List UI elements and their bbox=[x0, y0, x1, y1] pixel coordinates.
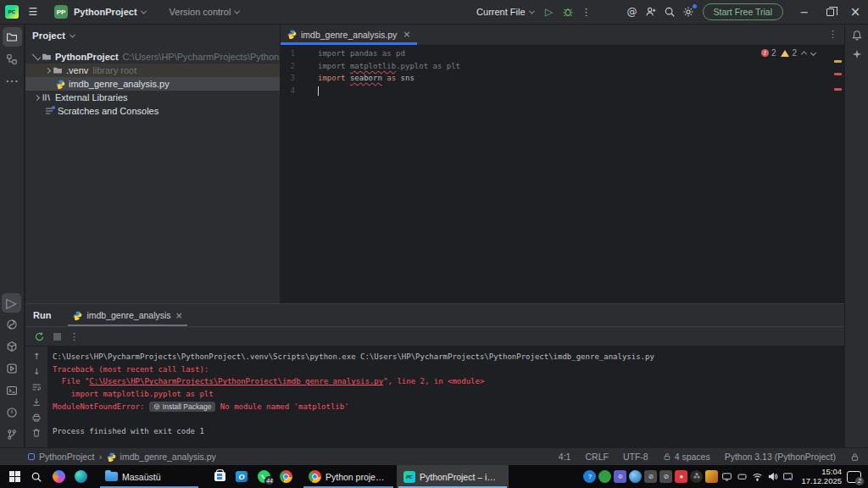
minimize-button[interactable]: − bbox=[792, 0, 817, 25]
tray-green-icon[interactable] bbox=[598, 470, 611, 483]
notifications-button[interactable] bbox=[851, 30, 863, 42]
terminal-toolwindow-button[interactable] bbox=[2, 381, 21, 401]
start-free-trial-button[interactable]: Start Free Trial bbox=[703, 3, 783, 20]
tree-row-imdb-file[interactable]: imdb_genre_analysis.py bbox=[25, 77, 280, 91]
collapsed-twistie-icon[interactable] bbox=[32, 96, 41, 100]
project-panel-header[interactable]: Project bbox=[25, 25, 280, 47]
run-toolwindow-button[interactable]: ▷ bbox=[2, 293, 21, 313]
error-count-item[interactable]: ! 2 bbox=[761, 48, 776, 58]
tray-monitor-icon[interactable] bbox=[721, 470, 733, 483]
tray-help-icon[interactable]: ? bbox=[583, 470, 596, 483]
store-button[interactable] bbox=[209, 465, 231, 488]
warning-stripe-mark[interactable] bbox=[834, 60, 842, 63]
inspections-widget[interactable]: ! 2 2 bbox=[761, 48, 815, 58]
run-config-selector[interactable]: Current File bbox=[470, 3, 539, 21]
edge-button[interactable] bbox=[70, 465, 92, 488]
tray-camera-off-icon[interactable]: ⊘ bbox=[659, 470, 672, 483]
down-stacktrace-button[interactable]: ↓ bbox=[30, 365, 43, 378]
volume-icon[interactable] bbox=[766, 470, 779, 483]
run-button[interactable]: ▷ bbox=[540, 3, 559, 21]
python-packages-button[interactable] bbox=[2, 337, 21, 357]
install-package-button[interactable]: Install Package bbox=[149, 402, 216, 412]
tree-row-scratches[interactable]: Scratches and Consoles bbox=[25, 104, 280, 118]
taskbar-clock[interactable]: 15:04 17.12.2025 bbox=[801, 468, 842, 485]
tree-row-external-libraries[interactable]: External Libraries bbox=[25, 91, 280, 104]
tray-bw-icon[interactable]: ⁂ bbox=[690, 470, 703, 483]
restore-button[interactable] bbox=[817, 0, 843, 25]
tray-device-icon[interactable] bbox=[736, 470, 748, 483]
stop-button[interactable] bbox=[53, 333, 61, 341]
line-separator-widget[interactable]: CRLF bbox=[585, 452, 608, 462]
tray-teams-icon[interactable]: ꔮ bbox=[614, 470, 626, 483]
debug-button[interactable] bbox=[559, 3, 577, 21]
whatsapp-button[interactable]: 44 bbox=[253, 465, 275, 488]
rerun-button[interactable] bbox=[34, 331, 45, 342]
tree-row-venv[interactable]: .venv library root bbox=[25, 64, 280, 77]
breadcrumb-file[interactable]: imdb_genre_analysis.py bbox=[120, 452, 216, 462]
taskbar-search-button[interactable] bbox=[25, 465, 47, 488]
editor-tabs-options-button[interactable]: ⋮ bbox=[828, 29, 837, 40]
scroll-to-end-button[interactable] bbox=[30, 396, 43, 408]
python-console-button[interactable] bbox=[2, 315, 21, 335]
caret-position-widget[interactable]: 4:1 bbox=[559, 452, 571, 462]
more-toolwindows-button[interactable]: ⋯ bbox=[3, 71, 22, 91]
tray-globe-icon[interactable] bbox=[629, 470, 642, 483]
outlook-button[interactable]: O bbox=[231, 465, 253, 488]
expanded-twistie-icon[interactable] bbox=[32, 51, 42, 60]
up-stacktrace-button[interactable]: ↑ bbox=[30, 350, 43, 363]
encoding-widget[interactable]: UTF-8 bbox=[623, 452, 648, 462]
run-more-options-button[interactable]: ⋮ bbox=[70, 331, 79, 342]
grazie-ai-icon[interactable]: @ bbox=[623, 3, 642, 21]
taskbar-window-chrome[interactable]: Python projesi rehberi - .. bbox=[302, 465, 395, 488]
ai-assistant-button[interactable] bbox=[851, 48, 863, 60]
close-button[interactable]: × bbox=[843, 0, 868, 25]
indent-widget[interactable]: 4 spaces bbox=[663, 452, 710, 462]
close-tab-icon[interactable]: × bbox=[175, 310, 183, 320]
warning-count-item[interactable]: 2 bbox=[781, 48, 797, 58]
code-line[interactable]: 1import pandas as pd bbox=[281, 47, 844, 60]
console-file-link[interactable]: C:\Users\HP\PycharmProjects\PythonProjec… bbox=[89, 377, 383, 385]
print-button[interactable] bbox=[30, 411, 43, 424]
structure-toolwindow-button[interactable] bbox=[3, 49, 22, 69]
search-everywhere-button[interactable] bbox=[660, 3, 679, 21]
tray-pc-share-icon[interactable] bbox=[782, 470, 794, 483]
project-selector[interactable]: PythonProject bbox=[68, 3, 152, 21]
error-stripe-mark[interactable] bbox=[834, 73, 842, 75]
editor-tab-imdb[interactable]: imdb_genre_analysis.py × bbox=[281, 25, 417, 44]
version-control-toolwindow-button[interactable] bbox=[2, 425, 21, 445]
start-button[interactable] bbox=[3, 465, 25, 488]
lock-icon[interactable] bbox=[850, 452, 860, 462]
console-output[interactable]: C:\Users\HP\PycharmProjects\PythonProjec… bbox=[47, 347, 844, 447]
taskbar-window-pycharm[interactable]: PC PythonProject – imdb_ge... bbox=[397, 465, 509, 488]
code-line[interactable]: 4 bbox=[281, 85, 844, 97]
previous-problem-button[interactable] bbox=[801, 51, 807, 57]
run-panel-title[interactable]: Run bbox=[33, 310, 51, 320]
soft-wrap-button[interactable] bbox=[30, 380, 43, 393]
code-line[interactable]: 3import seaborn as sns bbox=[281, 72, 844, 85]
tray-recorder-icon[interactable]: ● bbox=[675, 470, 687, 483]
error-stripe-mark[interactable] bbox=[834, 88, 842, 91]
notification-center-button[interactable]: 2 bbox=[847, 471, 861, 483]
copilot-button[interactable] bbox=[47, 465, 70, 488]
problems-toolwindow-button[interactable] bbox=[2, 403, 21, 423]
clear-console-button[interactable] bbox=[30, 426, 43, 439]
main-menu-button[interactable]: ☰ bbox=[24, 3, 42, 21]
more-actions-button[interactable]: ⋮ bbox=[577, 3, 596, 21]
chrome-button[interactable] bbox=[275, 465, 297, 488]
tray-app-icon[interactable] bbox=[705, 470, 718, 483]
tray-camera-off-icon[interactable]: ⊘ bbox=[644, 470, 657, 483]
vcs-widget[interactable]: Version control bbox=[164, 3, 246, 21]
taskbar-window-desktop[interactable]: Masaüstü bbox=[98, 465, 200, 488]
wifi-icon[interactable] bbox=[751, 470, 764, 483]
code-line[interactable]: 2import matplotlib.pyplot as plt bbox=[281, 60, 844, 73]
settings-button[interactable] bbox=[679, 3, 698, 21]
close-tab-icon[interactable]: × bbox=[403, 29, 410, 40]
code-editor[interactable]: 1import pandas as pd2import matplotlib.p… bbox=[281, 45, 844, 303]
breadcrumb-project[interactable]: PythonProject bbox=[39, 452, 94, 462]
next-problem-button[interactable] bbox=[810, 50, 816, 56]
services-toolwindow-button[interactable] bbox=[2, 359, 21, 379]
collapsed-twistie-icon[interactable] bbox=[43, 69, 52, 73]
tree-row-project-root[interactable]: PythonProject C:\Users\HP\PycharmProject… bbox=[25, 50, 280, 64]
project-toolwindow-button[interactable] bbox=[3, 27, 22, 47]
run-tab-imdb[interactable]: imdb_genre_analysis × bbox=[68, 304, 187, 326]
